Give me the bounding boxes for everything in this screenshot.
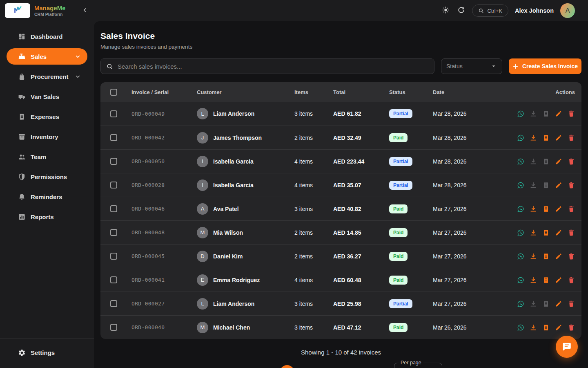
sidebar-collapse-button[interactable] — [80, 6, 90, 16]
table-row[interactable]: ORD-000041EEmma Rodriguez4 itemsAED 60.4… — [100, 268, 581, 292]
search-input[interactable] — [118, 63, 429, 70]
invoice-receipt-button[interactable] — [542, 253, 550, 260]
table-row[interactable]: ORD-000028IIsabella Garcia4 itemsAED 35.… — [100, 173, 581, 197]
row-checkbox[interactable] — [110, 324, 117, 331]
whatsapp-button[interactable] — [517, 158, 524, 165]
whatsapp-button[interactable] — [517, 253, 524, 260]
select-all-checkbox[interactable] — [110, 89, 117, 96]
invoice-date: Mar 27, 2026 — [433, 301, 514, 307]
table-row[interactable]: ORD-000046AAva Patel3 itemsAED 40.82Paid… — [100, 197, 581, 220]
user-avatar[interactable]: A — [560, 3, 575, 18]
download-button[interactable] — [530, 158, 537, 165]
edit-button[interactable] — [555, 182, 562, 189]
row-checkbox[interactable] — [110, 134, 117, 141]
status-filter-select[interactable]: Status — [441, 58, 502, 74]
delete-button[interactable] — [568, 324, 575, 331]
delete-button[interactable] — [568, 158, 575, 165]
delete-button[interactable] — [568, 276, 575, 284]
row-checkbox[interactable] — [110, 300, 117, 307]
delete-button[interactable] — [568, 110, 575, 117]
sales-icon — [18, 53, 26, 61]
table-row[interactable]: ORD-000045DDaniel Kim2 itemsAED 36.27Pai… — [100, 244, 581, 268]
theme-toggle-button[interactable] — [441, 6, 450, 15]
download-button[interactable] — [530, 253, 537, 260]
sidebar-item-settings[interactable]: Settings — [7, 344, 87, 361]
sidebar-item-reminders[interactable]: Reminders — [7, 188, 87, 205]
customer-avatar: A — [197, 203, 208, 215]
edit-button[interactable] — [555, 158, 562, 165]
delete-button[interactable] — [568, 300, 575, 307]
sidebar-item-dashboard[interactable]: Dashboard — [7, 28, 87, 45]
sidebar-item-procurement[interactable]: Procurement — [7, 68, 87, 85]
whatsapp-button[interactable] — [517, 300, 524, 307]
procurement-icon — [18, 73, 26, 81]
download-button[interactable] — [530, 182, 537, 189]
sidebar-item-sales[interactable]: Sales — [7, 48, 87, 65]
table-row[interactable]: ORD-000048MMia Wilson2 itemsAED 14.85Pai… — [100, 220, 581, 244]
row-checkbox[interactable] — [110, 110, 117, 117]
create-sales-invoice-button[interactable]: Create Sales Invoice — [509, 58, 581, 74]
download-button[interactable] — [530, 205, 537, 213]
invoice-receipt-button[interactable] — [542, 324, 550, 331]
download-button[interactable] — [530, 300, 537, 307]
edit-button[interactable] — [555, 324, 562, 331]
sidebar-item-permissions[interactable]: Permissions — [7, 168, 87, 185]
download-button[interactable] — [530, 276, 537, 284]
delete-button[interactable] — [568, 229, 575, 236]
delete-button[interactable] — [568, 134, 575, 141]
column-header: Customer — [197, 89, 294, 95]
download-button[interactable] — [530, 134, 537, 141]
row-checkbox[interactable] — [110, 276, 117, 283]
edit-button[interactable] — [555, 110, 562, 117]
delete-button[interactable] — [568, 253, 575, 260]
edit-button[interactable] — [555, 253, 562, 260]
whatsapp-button[interactable] — [517, 229, 524, 236]
invoice-receipt-button[interactable] — [542, 158, 550, 165]
invoice-receipt-button[interactable] — [542, 300, 550, 307]
chat-fab-button[interactable] — [556, 336, 578, 358]
edit-button[interactable] — [555, 300, 562, 307]
edit-button[interactable] — [555, 134, 562, 141]
pagination-page-button[interactable] — [280, 365, 294, 368]
sidebar-item-inventory[interactable]: Inventory — [7, 128, 87, 145]
download-button[interactable] — [530, 110, 537, 117]
download-button[interactable] — [530, 229, 537, 236]
sidebar-item-reports[interactable]: Reports — [7, 209, 87, 225]
invoice-receipt-button[interactable] — [542, 110, 550, 117]
whatsapp-button[interactable] — [517, 110, 524, 117]
per-page-select[interactable]: Per page — [394, 360, 442, 368]
whatsapp-button[interactable] — [517, 182, 524, 189]
table-row[interactable]: ORD-000027LLiam Anderson3 itemsAED 25.98… — [100, 292, 581, 315]
whatsapp-button[interactable] — [517, 134, 524, 141]
invoice-receipt-button[interactable] — [542, 276, 550, 284]
invoice-receipt-button[interactable] — [542, 205, 550, 213]
whatsapp-button[interactable] — [517, 276, 524, 284]
edit-button[interactable] — [555, 276, 562, 284]
whatsapp-button[interactable] — [517, 205, 524, 213]
row-checkbox[interactable] — [110, 253, 117, 260]
row-checkbox[interactable] — [110, 158, 117, 165]
refresh-button[interactable] — [457, 6, 466, 15]
whatsapp-button[interactable] — [517, 324, 524, 331]
row-checkbox[interactable] — [110, 205, 117, 212]
row-checkbox[interactable] — [110, 229, 117, 236]
table-row[interactable]: ORD-000049LLiam Anderson3 itemsAED 61.82… — [100, 102, 581, 126]
invoice-date: Mar 28, 2026 — [433, 182, 514, 188]
edit-button[interactable] — [555, 205, 562, 213]
invoice-receipt-button[interactable] — [542, 229, 550, 236]
sidebar-item-team[interactable]: Team — [7, 148, 87, 165]
invoice-receipt-button[interactable] — [542, 182, 550, 189]
table-row[interactable]: ORD-000040MMichael Chen3 itemsAED 47.12P… — [100, 315, 581, 339]
global-search-button[interactable]: Ctrl+K — [472, 4, 508, 17]
row-checkbox[interactable] — [110, 182, 117, 188]
table-row[interactable]: ORD-000042JJames Thompson2 itemsAED 32.4… — [100, 126, 581, 149]
sidebar-item-van-sales[interactable]: Van Sales — [7, 88, 87, 105]
table-row[interactable]: ORD-000050IIsabella Garcia4 itemsAED 223… — [100, 149, 581, 173]
invoice-receipt-button[interactable] — [542, 134, 550, 141]
delete-button[interactable] — [568, 182, 575, 189]
edit-button[interactable] — [555, 229, 562, 236]
delete-button[interactable] — [568, 205, 575, 213]
download-button[interactable] — [530, 324, 537, 331]
sidebar-item-expenses[interactable]: Expenses — [7, 108, 87, 125]
brand-subtitle: CRM Platform — [34, 12, 66, 17]
